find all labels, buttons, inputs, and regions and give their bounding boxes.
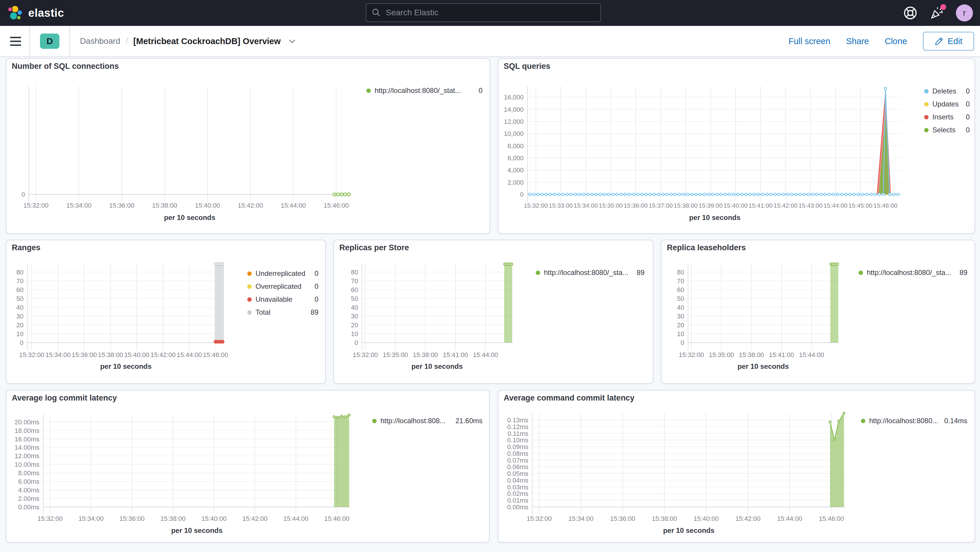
share-button[interactable]: Share [846, 37, 869, 46]
svg-text:10: 10 [351, 330, 358, 337]
search-icon [372, 8, 381, 17]
svg-text:15:44:00: 15:44:00 [281, 202, 306, 209]
space-badge[interactable]: D [40, 33, 59, 49]
legend-value: 0 [966, 100, 970, 108]
svg-text:15:40:00: 15:40:00 [724, 202, 748, 209]
legend-item[interactable]: http://localhost:808...21.60ms [372, 414, 482, 427]
svg-text:0: 0 [21, 191, 25, 198]
legend-label: http://localhost:8080/_sta... [867, 269, 956, 277]
svg-text:80: 80 [351, 269, 358, 276]
legend-item[interactable]: Deletes0 [924, 85, 970, 98]
full-screen-button[interactable]: Full screen [789, 37, 830, 46]
top-navigation-bar: elastic [0, 0, 980, 26]
svg-text:0: 0 [355, 339, 358, 347]
legend-label: Underreplicated [256, 269, 311, 278]
svg-text:15:32:00: 15:32:00 [23, 202, 49, 209]
edit-button-label: Edit [948, 37, 963, 46]
legend-value: 0 [966, 126, 970, 134]
legend-value: 0 [315, 295, 318, 304]
search-box[interactable] [366, 3, 601, 22]
elastic-logo [8, 5, 23, 21]
clone-button[interactable]: Clone [885, 37, 907, 46]
svg-text:0.00ms: 0.00ms [507, 503, 528, 511]
svg-text:15:36:00: 15:36:00 [109, 202, 134, 209]
svg-text:15:43:00: 15:43:00 [799, 202, 823, 209]
svg-text:14.00ms: 14.00ms [15, 444, 40, 451]
legend-value: 89 [636, 269, 644, 277]
svg-text:15:34:00: 15:34:00 [66, 202, 91, 209]
svg-text:0.06ms: 0.06ms [507, 463, 528, 471]
svg-text:15:46:00: 15:46:00 [324, 202, 349, 209]
legend-item[interactable]: Inserts0 [924, 111, 970, 124]
legend-item[interactable]: http://localhost:8080/_sta...89 [859, 266, 967, 279]
svg-text:15:44:00: 15:44:00 [799, 351, 824, 358]
legend-item[interactable]: http://localhost:8080/_sta...89 [536, 266, 644, 279]
svg-text:15:38:00: 15:38:00 [674, 202, 698, 209]
legend-item[interactable]: http://localhost:8080/_stat...0 [366, 84, 482, 97]
legend-label: http://localhost:8080/_stat... [375, 86, 475, 95]
svg-text:0.10ms: 0.10ms [507, 436, 528, 444]
svg-text:10: 10 [677, 330, 684, 337]
legend-item[interactable]: http://localhost:8080...0.14ms [861, 414, 967, 427]
legend-value: 0 [315, 269, 318, 278]
pencil-icon [935, 37, 943, 46]
svg-text:2,000: 2,000 [508, 179, 523, 186]
chart-legend: http://localhost:8080...0.14ms [861, 414, 967, 427]
legend-swatch [924, 128, 929, 132]
svg-text:40: 40 [351, 304, 358, 311]
svg-text:15:36:00: 15:36:00 [624, 202, 648, 209]
search-input[interactable] [385, 8, 595, 17]
svg-text:0.00ms: 0.00ms [18, 503, 40, 511]
svg-text:30: 30 [351, 313, 358, 320]
menu-toggle-button[interactable] [0, 26, 29, 56]
svg-text:70: 70 [677, 277, 684, 285]
legend-item[interactable]: Overreplicated0 [247, 280, 318, 293]
header-icons: r [903, 0, 973, 26]
chart-replica-leaseholders: 0102030405060708015:32:0015:35:0015:38:0… [662, 240, 974, 383]
breadcrumb-dashboard-link[interactable]: Dashboard [80, 37, 120, 46]
legend-item[interactable]: Selects0 [924, 124, 970, 137]
legend-value: 0 [966, 87, 970, 95]
svg-text:15:46:00: 15:46:00 [819, 515, 844, 522]
legend-item[interactable]: Unavailable0 [247, 293, 318, 306]
svg-text:60: 60 [677, 286, 684, 293]
svg-text:per 10 seconds: per 10 seconds [164, 213, 216, 221]
svg-text:70: 70 [351, 277, 358, 285]
panel-average-log-commit-latency: Average log commit latency 0.00ms2.00ms4… [6, 390, 490, 542]
svg-text:80: 80 [677, 269, 684, 276]
legend-item[interactable]: Underreplicated0 [247, 267, 318, 280]
svg-text:0.09ms: 0.09ms [507, 443, 528, 450]
svg-text:0.07ms: 0.07ms [507, 457, 528, 464]
svg-text:14,000: 14,000 [504, 106, 523, 113]
newsfeed-button[interactable] [929, 6, 944, 20]
elastic-brand[interactable]: elastic [0, 5, 64, 21]
svg-text:0.03ms: 0.03ms [507, 484, 528, 491]
edit-button[interactable]: Edit [923, 32, 974, 51]
svg-text:15:35:00: 15:35:00 [599, 202, 623, 209]
panel-sql-queries: SQL queries 02,0004,0006,0008,00010,0001… [498, 58, 975, 234]
user-avatar[interactable]: r [956, 5, 973, 21]
svg-text:15:32:00: 15:32:00 [523, 202, 548, 209]
svg-text:0: 0 [520, 191, 523, 198]
svg-text:15:34:00: 15:34:00 [78, 515, 104, 522]
svg-text:15:36:00: 15:36:00 [72, 351, 97, 358]
legend-value: 0 [315, 282, 318, 291]
help-button[interactable] [903, 6, 918, 20]
svg-text:0.05ms: 0.05ms [507, 470, 528, 477]
legend-label: Total [256, 308, 307, 317]
svg-text:20.00ms: 20.00ms [15, 418, 40, 426]
legend-item[interactable]: Total89 [247, 306, 318, 319]
legend-item[interactable]: Updates0 [924, 98, 970, 111]
chevron-down-icon[interactable] [288, 37, 296, 45]
svg-text:4,000: 4,000 [508, 167, 523, 174]
svg-text:0.12ms: 0.12ms [507, 423, 528, 431]
dashboard-actions: Full screen Share Clone Edit [789, 32, 980, 51]
legend-value: 89 [310, 308, 318, 317]
svg-text:15:32:00: 15:32:00 [19, 351, 45, 358]
legend-swatch [247, 297, 252, 302]
svg-text:2.00ms: 2.00ms [18, 495, 40, 502]
svg-text:15:44:00: 15:44:00 [283, 515, 309, 522]
svg-text:0.08ms: 0.08ms [507, 450, 528, 457]
legend-swatch [861, 419, 865, 423]
svg-text:15:34:00: 15:34:00 [45, 351, 70, 358]
